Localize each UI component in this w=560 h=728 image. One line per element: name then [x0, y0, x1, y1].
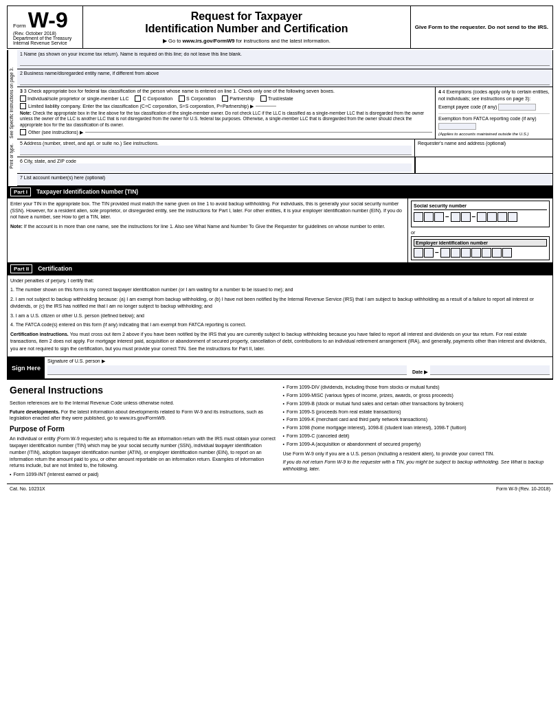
ssn-box3[interactable]	[434, 212, 444, 222]
sidebar-print: Print or type.	[9, 144, 14, 169]
llc-checkbox[interactable]	[20, 103, 26, 109]
c-corp-label: C Corporation	[142, 96, 172, 101]
use-w9-text: Use Form W-9 only if you are a U.S. pers…	[283, 451, 551, 457]
part1-header: Part I Taxpayer Identification Number (T…	[8, 186, 552, 198]
ssn-box2[interactable]	[424, 212, 434, 222]
partnership-checkbox[interactable]	[222, 95, 228, 102]
form-id: Form W-9 (Rev. 10-2018)	[496, 486, 550, 491]
purpose-text: An individual or entity (Form W-9 reques…	[10, 435, 278, 469]
bullet5: Form 1099-S (proceeds from real estate t…	[283, 409, 551, 416]
part2-item1: 1. The number shown on this form is my c…	[10, 286, 550, 294]
note-bold: Note:	[20, 111, 32, 115]
or-text: or	[411, 230, 550, 235]
s-corp-checkbox[interactable]	[179, 95, 185, 102]
llc-input[interactable]	[256, 106, 276, 106]
other-label: Other (see instructions) ▶	[28, 130, 83, 135]
sign-content: Signature of U.S. person ▶ Date ▶	[45, 357, 552, 378]
irs-url: ▶ Go to www.irs.gov/FormW9 for instructi…	[86, 38, 407, 44]
row6-left: 6 City, state, and ZIP code	[17, 157, 415, 173]
form-number: W-9	[28, 9, 68, 31]
other-checkbox[interactable]	[20, 129, 26, 135]
row7-label: 7 List account number(s) here (optional)	[20, 175, 105, 180]
requester-label: Requester's name and address (optional)	[418, 141, 550, 146]
ssn-box4[interactable]	[451, 212, 460, 222]
ssn-box5[interactable]	[461, 212, 471, 222]
exempt-payee-input[interactable]	[498, 104, 536, 111]
intro-text: Section references are to the Internal R…	[10, 400, 278, 407]
instructions-left: General Instructions Section references …	[10, 384, 278, 479]
part2-item4: 4. The FATCA code(s) entered on this for…	[10, 321, 550, 329]
ein-box3[interactable]	[440, 248, 450, 258]
part2-number: Part II	[10, 264, 32, 273]
row6-input[interactable]	[20, 163, 412, 172]
trust-checkbox[interactable]	[260, 95, 267, 102]
ein-box6[interactable]	[471, 248, 481, 258]
individual-checkbox[interactable]	[20, 95, 26, 102]
row5-left: 5 Address (number, street, and apt. or s…	[17, 139, 415, 157]
bullet5-text: Form 1099-S (proceeds from real estate t…	[287, 409, 401, 416]
trust-label: Trust/estate	[268, 96, 293, 101]
bullet3-text: Form 1099-MISC (various types of income,…	[287, 392, 453, 399]
give-form-text: Give Form to the requester. Do not send …	[415, 24, 548, 30]
ssn-box8[interactable]	[497, 212, 507, 222]
bullet8: Form 1099-C (canceled debt)	[283, 433, 551, 440]
ein-box7[interactable]	[482, 248, 491, 258]
c-corp-checkbox-item: C Corporation	[135, 95, 172, 102]
signature-input[interactable]	[47, 365, 407, 375]
ssn-box7[interactable]	[487, 212, 497, 222]
cert-instructions-text: You must cross out item 2 above if you h…	[10, 332, 546, 351]
fatca-input[interactable]	[438, 123, 476, 130]
part1-content: Enter your TIN in the appropriate box. T…	[8, 198, 552, 263]
note-content: Check the appropriate box in the line ab…	[20, 111, 424, 127]
llc-row: Limited liability company. Enter the tax…	[20, 103, 432, 109]
ein-box5[interactable]	[461, 248, 471, 258]
bullet6-text: Form 1099-K (merchant card and third par…	[287, 416, 427, 423]
part1-text-area: Enter your TIN in the appropriate box. T…	[8, 198, 408, 262]
form-with-sidebar: Print or type. See Specific Instructions…	[8, 50, 552, 186]
row3-left: 3 3 Check appropriate box for federal ta…	[17, 87, 436, 139]
ssn-box9[interactable]	[508, 212, 517, 222]
row1-input[interactable]	[20, 56, 550, 66]
requester-address-area[interactable]	[415, 157, 552, 173]
signature-area: Signature of U.S. person ▶	[47, 359, 407, 375]
row3-header: 3 3 Check appropriate box for federal ta…	[20, 89, 432, 93]
ein-box2[interactable]	[424, 248, 434, 258]
ein-box4[interactable]	[451, 248, 460, 258]
sign-here-label: Sign Here	[8, 357, 45, 378]
ssn-boxes: – –	[414, 212, 547, 222]
bullet9-text: Form 1099-A (acquisition or abandonment …	[287, 441, 421, 448]
s-corp-checkbox-item: S Corporation	[179, 95, 216, 102]
ssn-dash1: –	[445, 213, 450, 220]
other-input[interactable]	[85, 132, 432, 133]
ssn-box1[interactable]	[414, 212, 423, 222]
row5-right: Requester's name and address (optional)	[415, 139, 552, 157]
header-right: Give Form to the requester. Do not send …	[411, 6, 552, 48]
cert-instructions: Certification instructions. You must cro…	[10, 331, 550, 353]
row5-label: 5 Address (number, street, and apt. or s…	[20, 141, 412, 146]
ein-box8[interactable]	[492, 248, 502, 258]
dept2: Internal Revenue Service	[13, 41, 77, 45]
main-title: Request for Taxpayer	[86, 10, 407, 23]
url-suffix: for instructions and the latest informat…	[236, 38, 331, 44]
bullet1-text: Form 1099-INT (interest earned or paid)	[13, 471, 98, 478]
row3-wrapper: 3 3 Check appropriate box for federal ta…	[17, 87, 552, 139]
ein-dash: –	[434, 249, 440, 256]
part1-title: Taxpayer Identification Number (TIN)	[36, 188, 138, 195]
part2-title: Certification	[38, 265, 72, 272]
purpose-heading: Purpose of Form	[10, 424, 278, 434]
header-left: Form W-9 (Rev. October 2018) Department …	[8, 6, 83, 48]
row2-input[interactable]	[20, 76, 550, 85]
row2: 2 Business name/disregarded entity name,…	[17, 69, 552, 87]
cert-instructions-bold: Certification instructions.	[10, 332, 69, 337]
date-input[interactable]	[430, 365, 550, 375]
ein-box9[interactable]	[502, 248, 512, 258]
ssn-box6[interactable]	[477, 212, 486, 222]
sign-row: Signature of U.S. person ▶ Date ▶	[47, 359, 550, 375]
bullet4-text: Form 1099-B (stock or mutual fund sales …	[287, 400, 464, 407]
ein-box1[interactable]	[414, 248, 423, 258]
c-corp-checkbox[interactable]	[135, 95, 141, 102]
row5-input[interactable]	[20, 146, 412, 155]
partnership-label: Partnership	[229, 96, 254, 101]
ein-boxes: –	[414, 248, 547, 258]
cat-number: Cat. No. 10231X	[10, 486, 45, 491]
